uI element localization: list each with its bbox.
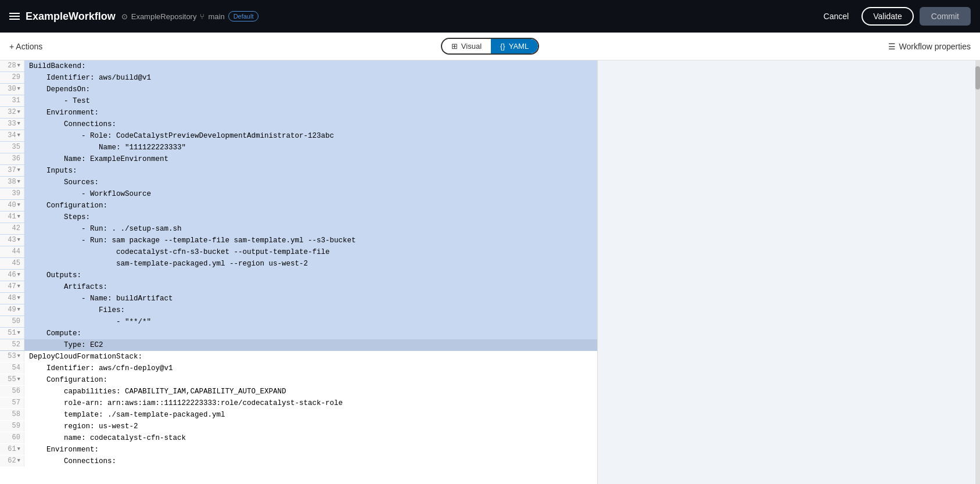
line-number: 29 (0, 72, 24, 83)
scrollbar-thumb[interactable] (975, 66, 980, 89)
fold-arrow-icon[interactable]: ▼ (17, 62, 20, 70)
fold-arrow-icon[interactable]: ▼ (17, 352, 20, 360)
cancel-button[interactable]: Cancel (817, 8, 856, 24)
line-content: DeployCloudFormationStack: (24, 351, 597, 363)
table-row: 29 Identifier: aws/build@v1 (0, 72, 597, 84)
line-number: 51▼ (0, 328, 24, 339)
branch-name: main (208, 12, 224, 21)
line-content: Environment: (24, 107, 597, 119)
table-row: 57 role-arn: arn:aws:iam::111122223333:r… (0, 397, 597, 409)
line-content: sam-template-packaged.yml --region us-we… (24, 258, 597, 270)
line-number: 34▼ (0, 130, 24, 141)
line-content: Identifier: aws/build@v1 (24, 72, 597, 84)
line-number: 30▼ (0, 84, 24, 95)
table-row: 60 name: codecatalyst-cfn-stack (0, 432, 597, 444)
fold-arrow-icon[interactable]: ▼ (17, 120, 20, 128)
fold-arrow-icon[interactable]: ▼ (17, 108, 20, 116)
line-number: 40▼ (0, 200, 24, 211)
line-number: 56 (0, 386, 24, 397)
fold-arrow-icon[interactable]: ▼ (17, 306, 20, 314)
line-number: 52 (0, 339, 24, 350)
visual-icon: ⊞ (451, 42, 458, 51)
line-number: 54 (0, 363, 24, 374)
code-editor[interactable]: 28▼BuildBackend:29 Identifier: aws/build… (0, 60, 598, 484)
fold-arrow-icon[interactable]: ▼ (17, 85, 20, 93)
line-content: Inputs: (24, 165, 597, 177)
fold-arrow-icon[interactable]: ▼ (17, 131, 20, 139)
table-row: 43▼ - Run: sam package --template-file s… (0, 235, 597, 246)
repo-name: ExampleRepository (131, 12, 197, 21)
yaml-tab[interactable]: {} YAML (491, 39, 538, 53)
table-row: 45 sam-template-packaged.yml --region us… (0, 258, 597, 270)
line-content: DependsOn: (24, 84, 597, 95)
line-number: 32▼ (0, 107, 24, 118)
line-content: Artifacts: (24, 281, 597, 293)
commit-button[interactable]: Commit (920, 7, 971, 26)
fold-arrow-icon[interactable]: ▼ (17, 282, 20, 291)
default-badge: Default (228, 11, 259, 21)
fold-arrow-icon[interactable]: ▼ (17, 201, 20, 209)
visual-label: Visual (461, 42, 482, 51)
line-number: 50 (0, 316, 24, 327)
workflow-properties-button[interactable]: ☰ Workflow properties (888, 42, 971, 51)
line-number: 59 (0, 421, 24, 432)
line-content: - Run: . ./setup-sam.sh (24, 223, 597, 235)
line-content: - Test (24, 95, 597, 107)
fold-arrow-icon[interactable]: ▼ (17, 166, 20, 174)
line-content: Connections: (24, 456, 597, 467)
scrollbar[interactable] (975, 60, 980, 484)
line-content: capabilities: CAPABILITY_IAM,CAPABILITY_… (24, 386, 597, 397)
hamburger-icon[interactable] (9, 13, 20, 20)
fold-arrow-icon[interactable]: ▼ (17, 178, 20, 186)
line-content: - Run: sam package --template-file sam-t… (24, 235, 597, 246)
branch-icon: ⑂ (200, 12, 204, 21)
table-row: 35 Name: "111122223333" (0, 142, 597, 153)
actions-button[interactable]: + Actions (9, 42, 42, 51)
line-content: Configuration: (24, 200, 597, 211)
fold-arrow-icon[interactable]: ▼ (17, 213, 20, 221)
table-row: 28▼BuildBackend: (0, 60, 597, 72)
visual-tab[interactable]: ⊞ Visual (442, 39, 491, 53)
workflow-properties-label: Workflow properties (899, 42, 971, 51)
fold-arrow-icon[interactable]: ▼ (17, 329, 20, 337)
fold-arrow-icon[interactable]: ▼ (17, 271, 20, 279)
line-content: role-arn: arn:aws:iam::111122223333:role… (24, 397, 597, 409)
line-number: 44 (0, 246, 24, 257)
fold-arrow-icon[interactable]: ▼ (17, 294, 20, 302)
view-toggle: ⊞ Visual {} YAML (441, 38, 539, 55)
line-number: 55▼ (0, 374, 24, 385)
table-row: 40▼ Configuration: (0, 200, 597, 211)
right-panel (598, 60, 975, 484)
table-row: 61▼ Environment: (0, 444, 597, 456)
fold-arrow-icon[interactable]: ▼ (17, 236, 20, 244)
table-row: 58 template: ./sam-template-packaged.yml (0, 409, 597, 421)
fold-arrow-icon[interactable]: ▼ (17, 375, 20, 383)
line-content: template: ./sam-template-packaged.yml (24, 409, 597, 421)
repo-info: ⊙ ExampleRepository ⑂ main Default (121, 11, 259, 21)
line-content: Files: (24, 304, 597, 316)
fold-arrow-icon[interactable]: ▼ (17, 445, 20, 453)
line-number: 61▼ (0, 444, 24, 455)
properties-icon: ☰ (888, 42, 896, 51)
line-content: Steps: (24, 211, 597, 223)
table-row: 44 codecatalyst-cfn-s3-bucket --output-t… (0, 246, 597, 258)
toolbar-left: + Actions (9, 42, 441, 51)
table-row: 56 capabilities: CAPABILITY_IAM,CAPABILI… (0, 386, 597, 397)
line-number: 62▼ (0, 456, 24, 467)
workflow-title: ExampleWorkflow (26, 10, 116, 23)
line-content: Compute: (24, 328, 597, 339)
line-content: Sources: (24, 177, 597, 188)
validate-button[interactable]: Validate (861, 7, 914, 26)
line-number: 46▼ (0, 270, 24, 281)
repo-icon: ⊙ (121, 12, 128, 21)
fold-arrow-icon[interactable]: ▼ (17, 457, 20, 465)
table-row: 47▼ Artifacts: (0, 281, 597, 293)
table-row: 30▼ DependsOn: (0, 84, 597, 95)
table-row: 31 - Test (0, 95, 597, 107)
line-content: Identifier: aws/cfn-deploy@v1 (24, 363, 597, 374)
navbar-left: ExampleWorkflow ⊙ ExampleRepository ⑂ ma… (9, 10, 810, 23)
table-row: 53▼DeployCloudFormationStack: (0, 351, 597, 363)
table-row: 46▼ Outputs: (0, 270, 597, 281)
table-row: 41▼ Steps: (0, 211, 597, 223)
table-row: 36 Name: ExampleEnvironment (0, 153, 597, 165)
